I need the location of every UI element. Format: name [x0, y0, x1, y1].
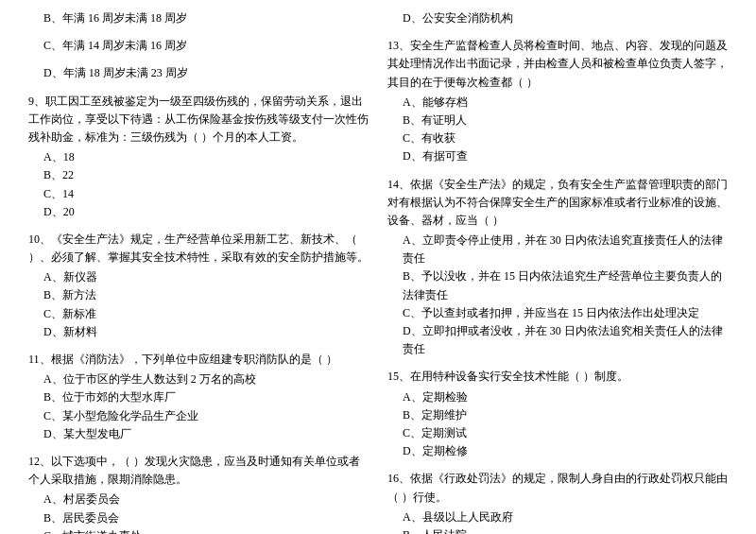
question-13: 13、安全生产监督检查人员将检查时间、地点、内容、发现的问题及其处理情况作出书面…	[387, 37, 728, 165]
question-10-text: 10、《安全生产法》规定，生产经营单位采用新工艺、新技术、（ ）、必须了解、掌握…	[28, 231, 369, 267]
right-column: D、公安安全消防机构 13、安全生产监督检查人员将检查时间、地点、内容、发现的问…	[387, 9, 728, 534]
question-10: 10、《安全生产法》规定，生产经营单位采用新工艺、新技术、（ ）、必须了解、掌握…	[28, 231, 369, 341]
option-b1: B、年满 16 周岁未满 18 周岁	[28, 9, 369, 27]
question-12: 12、以下选项中，（ ）发现火灾隐患，应当及时通知有关单位或者个人采取措施，限期…	[28, 453, 369, 534]
option-c1-text: C、年满 14 周岁未满 16 周岁	[43, 37, 369, 55]
question-14: 14、依据《安全生产法》的规定，负有安全生产监督管理职责的部门对有根据认为不符合…	[387, 176, 728, 359]
question-9-option-c: C、14	[43, 185, 369, 203]
question-12-option-a: A、村居委员会	[43, 491, 369, 508]
question-14-option-a: A、立即责令停止使用，并在 30 日内依法追究直接责任人的法律责任	[403, 232, 728, 267]
question-12-text: 12、以下选项中，（ ）发现火灾隐患，应当及时通知有关单位或者个人采取措施，限期…	[28, 453, 369, 489]
question-13-option-b: B、有证明人	[403, 112, 728, 129]
question-10-option-d: D、新材料	[43, 323, 369, 341]
question-14-option-c: C、予以查封或者扣押，并应当在 15 日内依法作出处理决定	[403, 304, 728, 322]
question-13-option-c: C、有收获	[403, 129, 728, 147]
question-13-text: 13、安全生产监督检查人员将检查时间、地点、内容、发现的问题及其处理情况作出书面…	[387, 37, 728, 92]
option-d-right: D、公安安全消防机构	[387, 9, 728, 27]
question-9-option-d: D、20	[43, 203, 369, 221]
question-13-option-d: D、有据可查	[403, 147, 728, 165]
question-10-option-b: B、新方法	[43, 286, 369, 304]
question-16-option-b: B、人民法院	[403, 526, 728, 534]
question-15-text: 15、在用特种设备实行安全技术性能（ ）制度。	[387, 368, 728, 386]
question-12-option-c: C、城市街道办事处	[43, 527, 369, 534]
question-13-option-a: A、能够存档	[403, 94, 728, 112]
question-15: 15、在用特种设备实行安全技术性能（ ）制度。 A、定期检验 B、定期维护 C、…	[387, 368, 728, 460]
question-12-option-b: B、居民委员会	[43, 509, 369, 527]
option-c1: C、年满 14 周岁未满 16 周岁	[28, 37, 369, 55]
question-11-option-c: C、某小型危险化学品生产企业	[43, 407, 369, 425]
option-d1: D、年满 18 周岁未满 23 周岁	[28, 64, 369, 82]
question-14-option-d: D、立即扣押或者没收，并在 30 日内依法追究相关责任人的法律责任	[403, 322, 728, 358]
option-d-right-text: D、公安安全消防机构	[403, 9, 728, 27]
page-content: B、年满 16 周岁未满 18 周岁 C、年满 14 周岁未满 16 周岁 D、…	[28, 9, 728, 534]
question-15-option-a: A、定期检验	[403, 388, 728, 406]
question-14-text: 14、依据《安全生产法》的规定，负有安全生产监督管理职责的部门对有根据认为不符合…	[387, 176, 728, 231]
left-column: B、年满 16 周岁未满 18 周岁 C、年满 14 周岁未满 16 周岁 D、…	[28, 9, 369, 534]
question-9-option-b: B、22	[43, 166, 369, 184]
question-10-option-c: C、新标准	[43, 305, 369, 323]
question-11-text: 11、根据《消防法》，下列单位中应组建专职消防队的是（ ）	[28, 351, 369, 369]
question-9-option-a: A、18	[43, 148, 369, 166]
question-15-option-d: D、定期检修	[403, 442, 728, 460]
question-11-option-d: D、某大型发电厂	[43, 425, 369, 443]
question-16: 16、依据《行政处罚法》的规定，限制人身自由的行政处罚权只能由（ ）行使。 A、…	[387, 470, 728, 534]
question-11-option-b: B、位于市郊的大型水库厂	[43, 388, 369, 406]
question-14-option-b: B、予以没收，并在 15 日内依法追究生产经营单位主要负责人的法律责任	[403, 267, 728, 303]
question-16-option-a: A、县级以上人民政府	[403, 508, 728, 526]
question-16-text: 16、依据《行政处罚法》的规定，限制人身自由的行政处罚权只能由（ ）行使。	[387, 470, 728, 506]
question-9: 9、职工因工至残被鉴定为一级至四级伤残的，保留劳动关系，退出工作岗位，享受以下待…	[28, 93, 369, 221]
question-15-option-c: C、定期测试	[403, 424, 728, 442]
question-15-option-b: B、定期维护	[403, 406, 728, 424]
option-b1-text: B、年满 16 周岁未满 18 周岁	[43, 9, 369, 27]
question-9-text: 9、职工因工至残被鉴定为一级至四级伤残的，保留劳动关系，退出工作岗位，享受以下待…	[28, 93, 369, 147]
question-11: 11、根据《消防法》，下列单位中应组建专职消防队的是（ ） A、位于市区的学生人…	[28, 351, 369, 443]
option-d1-text: D、年满 18 周岁未满 23 周岁	[43, 64, 369, 82]
question-10-option-a: A、新仪器	[43, 268, 369, 286]
question-11-option-a: A、位于市区的学生人数达到 2 万名的高校	[43, 370, 369, 388]
